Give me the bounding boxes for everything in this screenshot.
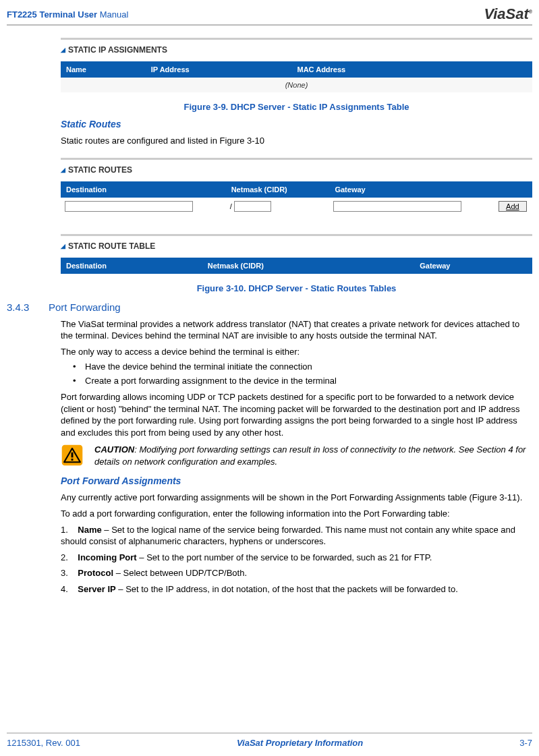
static-route-table: Destination Netmask (CIDR) Gateway bbox=[61, 258, 532, 274]
pf-bullet-list: Have the device behind the terminal init… bbox=[73, 361, 532, 386]
item-text: – Select between UDP/TCP/Both. bbox=[113, 568, 247, 578]
item-num: 1. bbox=[61, 524, 68, 536]
table-row-none: (None) bbox=[61, 78, 532, 92]
caution-label: CAUTION bbox=[94, 444, 134, 455]
slash-label: / bbox=[230, 202, 232, 210]
figure-caption-3-9: Figure 3-9. DHCP Server - Static IP Assi… bbox=[61, 102, 532, 112]
logo-text: ViaSat bbox=[484, 5, 528, 22]
caution-text: CAUTION: Modifying port forwarding setti… bbox=[94, 444, 532, 467]
col-gateway: Gateway bbox=[414, 258, 509, 274]
col-name: Name bbox=[61, 61, 146, 78]
expand-arrow-icon: ◢ bbox=[61, 243, 65, 250]
pfa-paragraph-1: Any currently active port forwarding ass… bbox=[61, 492, 532, 504]
panel-rule bbox=[61, 234, 532, 236]
table-row: / Add bbox=[61, 198, 532, 215]
expand-arrow-icon: ◢ bbox=[61, 167, 65, 173]
static-ip-panel-header: ◢ STATIC IP ASSIGNMENTS bbox=[61, 45, 532, 55]
item-num: 2. bbox=[61, 552, 68, 564]
table-header-row: Destination Netmask (CIDR) Gateway bbox=[61, 258, 532, 274]
col-gateway: Gateway bbox=[329, 181, 494, 198]
col-action bbox=[494, 181, 532, 198]
doc-title-bold: FT2225 Terminal User bbox=[7, 9, 97, 20]
item-text: – Set to the IP address, in dot notation… bbox=[116, 584, 458, 594]
section-heading-3-4-3: 3.4.3 Port Forwarding bbox=[7, 301, 532, 313]
none-cell: (None) bbox=[61, 78, 532, 92]
pf-paragraph-1: The ViaSat terminal provides a network a… bbox=[61, 318, 532, 342]
caution-icon bbox=[61, 444, 84, 467]
col-ip: IP Address bbox=[146, 61, 292, 78]
svg-rect-1 bbox=[72, 453, 74, 458]
footer-left: 1215301, Rev. 001 bbox=[7, 738, 80, 748]
static-route-table-panel-title: STATIC ROUTE TABLE bbox=[68, 241, 155, 251]
static-routes-heading: Static Routes bbox=[61, 119, 532, 129]
numbered-item-2: 2. Incoming Port – Set to the port numbe… bbox=[61, 552, 532, 564]
page-footer: 1215301, Rev. 001 ViaSat Proprietary Inf… bbox=[0, 732, 539, 748]
item-bold: Protocol bbox=[78, 568, 113, 578]
figure-caption-3-10: Figure 3-10. DHCP Server - Static Routes… bbox=[61, 283, 532, 293]
doc-title-normal: Manual bbox=[97, 9, 128, 20]
col-mac: MAC Address bbox=[292, 61, 505, 78]
section-title: Port Forwarding bbox=[49, 301, 121, 313]
static-routes-intro-text: Static routes are configured and listed … bbox=[61, 135, 532, 147]
static-route-table-panel-header: ◢ STATIC ROUTE TABLE bbox=[61, 241, 532, 251]
pf-paragraph-2: The only way to access a device behind t… bbox=[61, 346, 532, 358]
numbered-item-1: 1. Name – Set to the logical name of the… bbox=[61, 524, 532, 548]
footer-center: ViaSat Proprietary Information bbox=[237, 738, 363, 748]
svg-rect-2 bbox=[72, 459, 74, 461]
static-routes-panel-title: STATIC ROUTES bbox=[68, 165, 132, 175]
col-action bbox=[504, 61, 532, 78]
numbered-item-3: 3. Protocol – Select between UDP/TCP/Bot… bbox=[61, 567, 532, 579]
logo-reg-icon: ® bbox=[529, 9, 532, 14]
col-netmask: Netmask (CIDR) bbox=[202, 258, 415, 274]
item-bold: Name bbox=[78, 525, 101, 535]
static-routes-table: Destination Netmask (CIDR) Gateway / Add bbox=[61, 181, 532, 215]
page-header: FT2225 Terminal User Manual ViaSat® bbox=[0, 0, 539, 23]
add-button[interactable]: Add bbox=[499, 201, 527, 212]
pfa-heading: Port Forward Assignments bbox=[61, 475, 532, 486]
caution-box: CAUTION: Modifying port forwarding setti… bbox=[61, 444, 532, 467]
footer-right: 3-7 bbox=[519, 738, 532, 748]
pf-paragraph-3: Port forwarding allows incoming UDP or T… bbox=[61, 391, 532, 438]
destination-input[interactable] bbox=[65, 201, 193, 212]
col-netmask: Netmask (CIDR) bbox=[226, 181, 330, 198]
gateway-input[interactable] bbox=[333, 201, 461, 212]
doc-title: FT2225 Terminal User Manual bbox=[7, 9, 128, 20]
item-bold: Incoming Port bbox=[78, 552, 136, 562]
item-num: 3. bbox=[61, 567, 68, 579]
static-routes-panel-header: ◢ STATIC ROUTES bbox=[61, 165, 532, 175]
section-number: 3.4.3 bbox=[7, 301, 39, 313]
col-action bbox=[509, 258, 532, 274]
panel-rule bbox=[61, 158, 532, 160]
pfa-paragraph-2: To add a port forwarding configuration, … bbox=[61, 508, 532, 520]
list-item: Create a port forwarding assignment to t… bbox=[73, 376, 532, 386]
item-bold: Server IP bbox=[78, 584, 115, 594]
static-ip-table: Name IP Address MAC Address (None) bbox=[61, 61, 532, 92]
col-destination: Destination bbox=[61, 258, 202, 274]
list-item: Have the device behind the terminal init… bbox=[73, 361, 532, 372]
item-num: 4. bbox=[61, 583, 68, 595]
panel-rule bbox=[61, 38, 532, 40]
static-ip-panel-title: STATIC IP ASSIGNMENTS bbox=[68, 45, 167, 55]
col-destination: Destination bbox=[61, 181, 226, 198]
expand-arrow-icon: ◢ bbox=[61, 47, 65, 53]
netmask-input[interactable] bbox=[234, 201, 271, 212]
viasat-logo: ViaSat® bbox=[484, 5, 532, 23]
table-header-row: Name IP Address MAC Address bbox=[61, 61, 532, 78]
numbered-item-4: 4. Server IP – Set to the IP address, in… bbox=[61, 583, 532, 595]
caution-body: : Modifying port forwarding settings can… bbox=[94, 444, 526, 467]
table-header-row: Destination Netmask (CIDR) Gateway bbox=[61, 181, 532, 198]
footer-rule bbox=[7, 732, 532, 734]
item-text: – Set to the logical name of the service… bbox=[61, 525, 515, 547]
item-text: – Set to the port number of the service … bbox=[137, 552, 432, 562]
